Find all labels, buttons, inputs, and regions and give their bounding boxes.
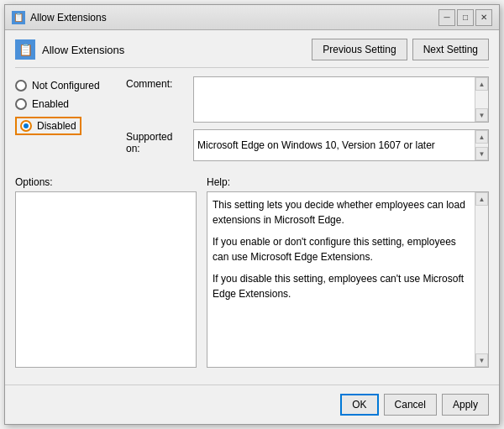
next-setting-button[interactable]: Next Setting	[412, 39, 489, 60]
supported-label: Supported on:	[126, 129, 186, 154]
comment-textarea[interactable]: ▲ ▼	[193, 76, 489, 123]
comment-label: Comment:	[126, 76, 186, 90]
help-scroll-up[interactable]: ▲	[475, 192, 488, 206]
title-buttons: ─ □ ✕	[438, 9, 492, 26]
supported-text: Microsoft Edge on Windows 10, Version 16…	[197, 139, 488, 151]
header-title: Allow Extensions	[42, 44, 124, 56]
help-scrollbar[interactable]: ▲ ▼	[475, 192, 488, 367]
maximize-button[interactable]: □	[457, 9, 474, 26]
help-scroll-down[interactable]: ▼	[475, 353, 488, 367]
close-button[interactable]: ✕	[475, 9, 492, 26]
radio-enabled-input[interactable]	[15, 98, 27, 110]
radio-enabled[interactable]: Enabled	[15, 98, 116, 110]
radio-not-configured[interactable]: Not Configured	[15, 80, 116, 92]
left-panel: Not Configured Enabled Disabled	[15, 76, 116, 168]
footer: OK Cancel Apply	[5, 385, 499, 424]
title-bar-left: 📋 Allow Extensions	[12, 11, 107, 24]
supported-box: Microsoft Edge on Windows 10, Version 16…	[193, 129, 489, 161]
comment-field-row: Comment: ▲ ▼	[126, 76, 489, 123]
radio-disabled-label: Disabled	[37, 120, 76, 132]
minimize-button[interactable]: ─	[438, 9, 455, 26]
radio-group: Not Configured Enabled Disabled	[15, 80, 116, 135]
ok-button[interactable]: OK	[340, 394, 378, 416]
header-buttons: Previous Setting Next Setting	[312, 39, 489, 60]
comment-scrollbar[interactable]: ▲ ▼	[475, 77, 488, 122]
supported-scroll-up[interactable]: ▲	[475, 130, 488, 144]
options-label: Options:	[15, 176, 197, 188]
title-bar: 📋 Allow Extensions ─ □ ✕	[5, 5, 499, 30]
supported-scroll-down[interactable]: ▼	[475, 147, 488, 160]
right-panel: Comment: ▲ ▼ Supported on:	[126, 76, 489, 168]
supported-field-row: Supported on: Microsoft Edge on Windows …	[126, 129, 489, 161]
apply-button[interactable]: Apply	[442, 394, 489, 416]
header-left: 📋 Allow Extensions	[15, 39, 124, 60]
previous-setting-button[interactable]: Previous Setting	[312, 39, 407, 60]
radio-not-configured-label: Not Configured	[32, 80, 100, 92]
main-window: 📋 Allow Extensions ─ □ ✕ 📋 Allow Extensi…	[4, 4, 500, 425]
options-panel: Options:	[15, 176, 197, 368]
main-body: Not Configured Enabled Disabled	[15, 76, 489, 168]
scroll-down-arrow[interactable]: ▼	[475, 108, 488, 122]
window-icon: 📋	[12, 11, 25, 24]
comment-field-value: ▲ ▼	[193, 76, 489, 123]
radio-enabled-label: Enabled	[32, 98, 69, 110]
scroll-up-arrow[interactable]: ▲	[475, 77, 488, 91]
header-icon: 📋	[15, 39, 35, 60]
radio-disabled[interactable]: Disabled	[15, 117, 116, 135]
supported-scrollbar[interactable]: ▲ ▼	[475, 130, 488, 160]
radio-not-configured-input[interactable]	[15, 80, 27, 92]
help-box: This setting lets you decide whether emp…	[207, 191, 489, 368]
dialog-content: 📋 Allow Extensions Previous Setting Next…	[5, 30, 499, 378]
disabled-box: Disabled	[15, 117, 81, 135]
radio-disabled-input[interactable]	[20, 120, 32, 132]
help-panel: Help: This setting lets you decide wheth…	[207, 176, 489, 368]
help-paragraph-1: This setting lets you decide whether emp…	[213, 197, 471, 228]
help-label: Help:	[207, 176, 489, 188]
window-title: Allow Extensions	[30, 12, 107, 24]
cancel-button[interactable]: Cancel	[384, 394, 437, 416]
help-text: This setting lets you decide whether emp…	[207, 192, 488, 306]
bottom-section: Options: Help: This setting lets you dec…	[15, 176, 489, 368]
options-box	[15, 191, 197, 368]
supported-field-value: Microsoft Edge on Windows 10, Version 16…	[193, 129, 489, 161]
help-paragraph-3: If you disable this setting, employees c…	[213, 271, 471, 301]
help-paragraph-2: If you enable or don't configure this se…	[213, 234, 471, 264]
header-row: 📋 Allow Extensions Previous Setting Next…	[15, 39, 489, 68]
